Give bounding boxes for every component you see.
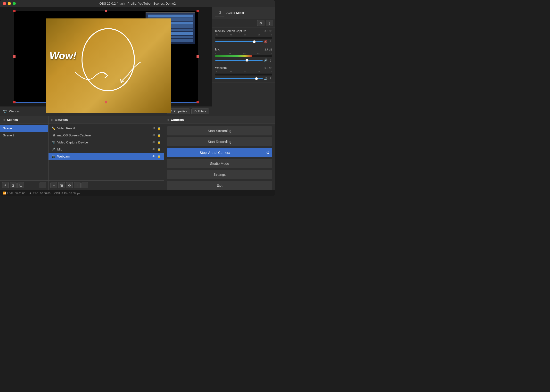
live-icon: 📶 <box>3 192 6 195</box>
sources-header: ⊞ Sources <box>49 116 164 124</box>
handle-mid-right[interactable] <box>197 55 199 58</box>
source-icon-mic: 🎤 <box>51 148 55 151</box>
source-row-videopencil[interactable]: ✏️ Video Pencil 👁 🔒 <box>49 125 164 132</box>
filters-label: Filters <box>198 110 206 113</box>
channel-db-webcam: 0.0 dB <box>264 67 272 69</box>
controls-header: ⊞ Controls <box>164 116 275 124</box>
rec-status: ⏺ REC: 00:00:00 <box>29 192 50 195</box>
mute-icon-macos[interactable]: 🔇 <box>264 40 268 43</box>
handle-top-right[interactable] <box>197 10 199 12</box>
handle-bottom-left[interactable] <box>13 101 16 103</box>
start-streaming-button[interactable]: Start Streaming <box>167 126 272 135</box>
volume-row-mic: 🔊 ⋮ <box>215 58 272 62</box>
minimize-button[interactable] <box>8 2 11 5</box>
meter-bar-macos <box>215 37 272 39</box>
mixer-menu-button[interactable]: ⋮ <box>266 20 273 26</box>
channel-name-webcam: Webcam <box>215 66 227 70</box>
volume-slider-macos[interactable] <box>215 41 263 42</box>
scenes-add-button[interactable]: + <box>2 182 9 188</box>
sources-add-button[interactable]: + <box>50 182 57 188</box>
source-lock-videopencil[interactable]: 🔒 <box>157 126 161 130</box>
handle-top-left[interactable] <box>13 10 16 12</box>
meter-scale-macos: -60-45-30-150 <box>215 34 272 36</box>
scenes-menu-button[interactable]: ⋮ <box>40 182 46 188</box>
source-eye-videopencil[interactable]: 👁 <box>152 126 156 130</box>
wow-annotation-text: Wow! <box>49 50 76 62</box>
studio-mode-button[interactable]: Studio Mode <box>167 159 272 168</box>
source-lock-videocapture[interactable]: 🔒 <box>157 141 161 144</box>
webcam-video: Wow! <box>46 18 171 113</box>
properties-label: Properties <box>174 110 187 113</box>
source-eye-webcam[interactable]: 👁 <box>152 155 156 158</box>
source-icon-webcam: 📷 <box>51 155 55 158</box>
volume-slider-mic[interactable] <box>215 60 263 61</box>
scenes-title: Scenes <box>7 118 18 122</box>
source-eye-macos[interactable]: 👁 <box>152 133 156 137</box>
mute-icon-mic[interactable]: 🔊 <box>264 58 268 62</box>
virtual-camera-row: Stop Virtual Camera ⚙ <box>167 148 272 157</box>
bottom-panels: ⊞ Scenes Scene Scene 2 + 🗑 ❑ ⋮ <box>0 116 275 190</box>
volume-row-macos: 🔇 ⋮ <box>215 40 272 44</box>
window-title: OBS 29.0.2 (mac) - Profile: YouTube - Sc… <box>99 2 176 5</box>
filters-button[interactable]: ⧉ Filters <box>191 108 209 114</box>
scenes-delete-button[interactable]: 🗑 <box>10 182 16 188</box>
source-row-webcam[interactable]: 📷 Webcam 👁 🔒 <box>49 153 164 160</box>
live-time: 00:00:00 <box>15 192 25 195</box>
start-recording-button[interactable]: Start Recording <box>167 137 272 146</box>
channel-name-macos: macOS Screen Capture <box>215 29 246 33</box>
source-eye-mic[interactable]: 👁 <box>152 148 156 151</box>
volume-slider-webcam[interactable] <box>215 78 263 79</box>
meter-bar-webcam <box>215 74 272 75</box>
channel-menu-webcam[interactable]: ⋮ <box>269 77 272 81</box>
source-eye-videocapture[interactable]: 👁 <box>152 141 156 144</box>
filters-icon: ⧉ <box>195 110 197 113</box>
channel-menu-macos[interactable]: ⋮ <box>269 40 272 44</box>
sources-toolbar: + 🗑 ⚙ ↑ ↓ <box>49 180 164 190</box>
source-icon-videopencil: ✏️ <box>51 126 55 130</box>
source-icon-videocapture: 📷 <box>51 141 55 144</box>
top-area: Wow! <box>0 7 275 116</box>
settings-button[interactable]: Settings <box>167 170 272 179</box>
sources-settings-button[interactable]: ⚙ <box>66 182 73 188</box>
source-actions-macos: 👁 🔒 <box>152 133 161 137</box>
handle-top-mid[interactable] <box>105 10 107 12</box>
sources-delete-button[interactable]: 🗑 <box>58 182 65 188</box>
meter-scale-mic: -60-45-30-150 <box>215 52 272 54</box>
scene-item-1[interactable]: Scene <box>0 125 48 132</box>
handle-bottom-right[interactable] <box>197 101 199 103</box>
source-lock-mic[interactable]: 🔒 <box>157 148 161 151</box>
scenes-duplicate-button[interactable]: ❑ <box>17 182 24 188</box>
scene-item-2[interactable]: Scene 2 <box>0 132 48 139</box>
source-lock-macos[interactable]: 🔒 <box>157 133 161 137</box>
controls-title: Controls <box>171 118 184 122</box>
stop-virtual-camera-button[interactable]: Stop Virtual Camera <box>167 148 263 157</box>
volume-icon-webcam[interactable]: 🔊 <box>264 77 268 80</box>
scenes-list: Scene Scene 2 <box>0 124 48 180</box>
volume-row-webcam: 🔊 ⋮ <box>215 77 272 81</box>
scenes-panel: ⊞ Scenes Scene Scene 2 + 🗑 ❑ ⋮ <box>0 116 49 190</box>
handle-bottom-mid[interactable] <box>105 101 107 103</box>
sources-up-button[interactable]: ↑ <box>74 182 81 188</box>
channel-menu-mic[interactable]: ⋮ <box>269 58 272 62</box>
exit-button[interactable]: Exit <box>167 181 272 190</box>
close-button[interactable] <box>3 2 6 5</box>
channel-name-mic: Mic <box>215 48 220 51</box>
scenes-icon: ⊞ <box>2 118 5 122</box>
source-lock-webcam[interactable]: 🔒 <box>157 155 161 158</box>
virtual-camera-settings-button[interactable]: ⚙ <box>263 148 272 157</box>
source-row-macos[interactable]: 🖥 macOS Screen Capture 👁 🔒 <box>49 132 164 139</box>
source-actions-mic: 👁 🔒 <box>152 148 161 151</box>
maximize-button[interactable] <box>13 2 16 5</box>
face-annotation-circle <box>82 28 135 91</box>
sources-icon: ⊞ <box>51 118 54 122</box>
source-row-videocapture[interactable]: 📷 Video Capture Device 👁 🔒 <box>49 139 164 146</box>
sources-down-button[interactable]: ↓ <box>82 182 88 188</box>
mixer-gear-button[interactable]: ⚙ <box>257 20 264 26</box>
rec-label: REC: <box>33 192 39 195</box>
source-row-mic[interactable]: 🎤 Mic 👁 🔒 <box>49 146 164 153</box>
source-label-icon: 📷 <box>3 109 7 113</box>
gear-icon: ⚙ <box>266 150 270 155</box>
controls-icon: ⊞ <box>166 118 169 122</box>
titlebar: OBS 29.0.2 (mac) - Profile: YouTube - Sc… <box>0 0 275 7</box>
handle-mid-left[interactable] <box>13 55 16 58</box>
